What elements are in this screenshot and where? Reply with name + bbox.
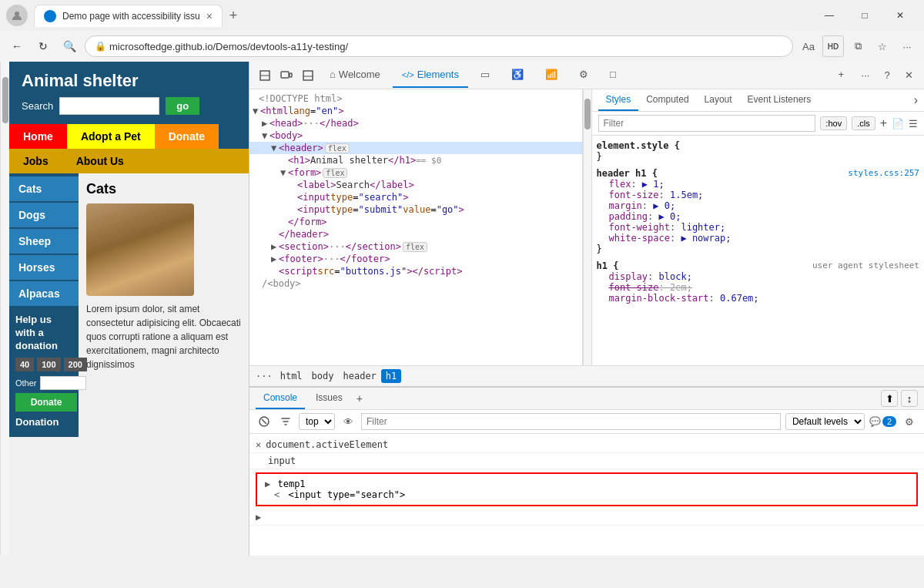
sidebar-item-sheep[interactable]: Sheep [9,229,79,254]
head-toggle[interactable]: ▶ [262,118,270,129]
tab-device[interactable]: □ [601,62,625,88]
tab-close-btn[interactable]: × [206,10,213,22]
tree-form[interactable]: ▼ <form> flex [249,166,582,179]
tab-screen[interactable]: ▭ [471,62,499,88]
inspect-element-button[interactable] [256,66,274,85]
nav-jobs-link[interactable]: Jobs [9,149,62,173]
tree-footer[interactable]: ▶ <footer> ··· </footer> [249,253,582,265]
tab-accessibility[interactable]: ♿ [502,62,533,88]
body-toggle[interactable]: ▼ [262,130,270,141]
cls-button[interactable]: .cls [852,116,875,130]
split-screen-icon[interactable]: ⧉ [847,35,869,57]
styles-filter-input[interactable] [598,115,816,132]
tab-event-listeners[interactable]: Event Listeners [740,89,819,111]
refresh-button[interactable]: ↻ [32,35,54,57]
dock-button[interactable] [299,66,317,85]
tab-elements[interactable]: </> Elements [393,62,468,88]
favorites-icon[interactable]: ☆ [872,35,893,57]
hov-button[interactable]: :hov [820,116,847,130]
close-button[interactable]: ✕ [882,3,918,28]
tree-doctype[interactable]: <!DOCTYPE html> [249,92,582,105]
form-toggle[interactable]: ▼ [280,167,288,178]
breadcrumb-ellipsis[interactable]: ··· [256,371,273,381]
tree-script[interactable]: <script src="buttons.js" ></script> [249,265,582,277]
tree-input-submit[interactable]: <input type="submit" value="go" > [249,203,582,216]
console-levels-selector[interactable]: Default levels [785,413,865,430]
footer-toggle[interactable]: ▶ [271,254,279,264]
nav-adopt-link[interactable]: Adopt a Pet [67,124,155,149]
expand-temp1-arrow[interactable]: ▶ [265,479,270,489]
tree-html[interactable]: ▼ <html lang="en" > [249,105,582,117]
filter-icon[interactable] [277,413,294,430]
html-toggle[interactable]: ▼ [253,106,260,116]
search-input[interactable] [59,97,159,115]
tab-settings[interactable]: ⚙ [570,62,598,88]
tab-more[interactable]: + [829,62,853,88]
device-emulation-button[interactable] [277,66,296,85]
amount-100-button[interactable]: 100 [37,358,60,371]
elements-scroll-thumb[interactable] [584,99,591,129]
hd-icon[interactable]: HD [822,35,844,57]
section-toggle[interactable]: ▶ [271,241,279,252]
tree-header[interactable]: ▼ <header> flex [249,142,582,154]
header-toggle[interactable]: ▼ [271,143,279,153]
tab-console[interactable]: Console [256,388,305,409]
styles-chevron-icon[interactable]: › [914,93,918,107]
scroll-thumb[interactable] [2,77,8,123]
new-tab-button[interactable]: + [223,5,244,26]
active-tab[interactable]: Demo page with accessibility issu × [34,5,223,27]
new-style-rule-button[interactable]: 📄 [892,118,904,129]
search-button[interactable]: go [166,97,199,115]
read-aloud-icon[interactable]: Aa [798,35,819,57]
devtools-more-button[interactable]: ··· [856,66,875,85]
search-page-button[interactable]: 🔍 [59,35,80,57]
tab-styles[interactable]: Styles [598,89,639,111]
nav-about-link[interactable]: About Us [62,149,138,173]
amount-40-button[interactable]: 40 [15,358,34,371]
sidebar-item-alpacas[interactable]: Alpacas [9,281,79,306]
devtools-help-button[interactable]: ? [878,66,896,85]
console-filter-input[interactable] [361,413,781,430]
nav-home-link[interactable]: Home [9,124,67,149]
top-context-selector[interactable]: top [299,413,335,430]
minimize-button[interactable]: — [812,3,847,28]
address-input[interactable]: 🔒 microsoftedge.github.io/Demos/devtools… [85,35,793,57]
breadcrumb-body[interactable]: body [307,369,339,383]
tab-computed[interactable]: Computed [638,89,696,111]
sidebar-item-cats[interactable]: Cats [9,176,79,201]
tree-head[interactable]: ▶ <head> ··· </head> [249,117,582,129]
console-maximize-button[interactable]: ↕ [901,390,918,407]
console-restore-button[interactable]: ⬆ [881,390,898,407]
tree-label[interactable]: <label> Search </label> [249,179,582,191]
tab-layout[interactable]: Layout [697,89,740,111]
breadcrumb-header[interactable]: header [339,369,381,383]
console-eye-button[interactable]: 👁 [340,413,357,430]
toggle-element-state[interactable]: ☰ [909,118,918,129]
back-button[interactable]: ← [6,35,28,57]
tree-h1[interactable]: <h1> Animal shelter </h1> == $0 [249,154,582,166]
sidebar-item-dogs[interactable]: Dogs [9,203,79,227]
nav-donate-link[interactable]: Donate [155,124,219,149]
tab-welcome[interactable]: ⌂ Welcome [320,62,390,88]
elements-scrollbar[interactable] [583,89,592,365]
tree-header-close[interactable]: </header> [249,228,582,240]
breadcrumb-h1[interactable]: h1 [381,369,401,383]
tree-section[interactable]: ▶ <section> ··· </section> flex [249,240,582,253]
add-style-rule-button[interactable]: + [880,116,887,130]
add-panel-button[interactable]: + [353,389,366,408]
sidebar-item-horses[interactable]: Horses [9,255,79,280]
tree-form-close[interactable]: </form> [249,216,582,228]
breadcrumb-html[interactable]: html [276,369,307,383]
console-settings-button[interactable]: ⚙ [901,413,918,430]
tree-body[interactable]: ▼ <body> [249,129,582,142]
tab-network[interactable]: 📶 [536,62,567,88]
website-scrollbar[interactable] [0,62,9,556]
tree-body-ellipsis[interactable]: /<body> [249,277,582,290]
tab-issues[interactable]: Issues [308,388,350,409]
clear-console-button[interactable] [256,413,273,430]
devtools-close-button[interactable]: ✕ [899,66,918,85]
maximize-button[interactable]: □ [847,3,882,28]
donate-button[interactable]: Donate [15,393,77,412]
tree-input-search[interactable]: <input type="search" > [249,191,582,203]
more-icon[interactable]: ··· [896,35,918,57]
